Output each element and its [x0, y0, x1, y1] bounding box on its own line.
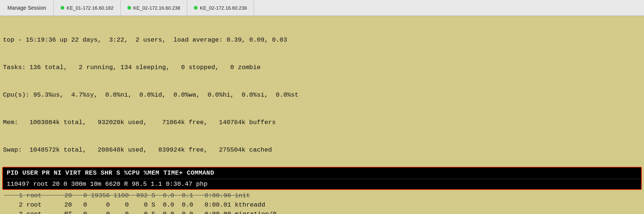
terminal-line-3: Cpu(s): 95.3%us, 4.7%sy, 0.0%ni, 0.0%id,…: [3, 91, 641, 100]
terminal-line-1: top - 15:19:36 up 22 days, 3:22, 2 users…: [3, 36, 641, 45]
process-table: PID USER PR NI VIRT RES SHR S %CPU %MEM …: [2, 167, 642, 190]
manage-session-title[interactable]: Manage Session: [0, 0, 54, 16]
table-row: 2 root 20 0 0 0 0 S 0.0 0.0 0:00.01 kthr…: [4, 201, 640, 210]
process-rows: 1 root 20 0 19356 1100 892 S 0.0 0.1 0:0…: [0, 191, 644, 214]
terminal-output: top - 15:19:36 up 22 days, 3:22, 2 users…: [0, 16, 644, 165]
tab-ke02b-label: KE_02-172.16.60.238: [200, 5, 247, 11]
terminal-line-2: Tasks: 136 total, 2 running, 134 sleepin…: [3, 63, 641, 72]
highlighted-process-row: 110497 root 20 0 300m 10m 6620 R 98.5 1.…: [3, 179, 641, 189]
tab-ke02b-dot: [194, 6, 198, 10]
terminal-line-5: Swap: 1048572k total, 208648k used, 8399…: [3, 146, 641, 155]
tab-ke01-label: KE_01-172.16.60.182: [66, 5, 114, 11]
titlebar: Manage Session KE_01-172.16.60.182 KE_02…: [0, 0, 644, 16]
table-row: 1 root 20 0 19356 1100 892 S 0.0 0.1 0:0…: [4, 191, 640, 201]
table-row: 3 root RT 0 0 0 0 S 0.0 0.0 0:00.00 migr…: [4, 210, 640, 214]
tab-ke02a-label: KE_02-172.16.60.238: [133, 5, 180, 11]
tab-ke02a-dot: [127, 6, 131, 10]
tab-ke02a[interactable]: KE_02-172.16.60.238: [121, 0, 188, 16]
tab-ke01[interactable]: KE_01-172.16.60.182: [54, 0, 121, 16]
tab-ke01-dot: [61, 6, 64, 10]
table-header: PID USER PR NI VIRT RES SHR S %CPU %MEM …: [3, 168, 641, 179]
tab-ke02b[interactable]: KE_02-172.16.60.238: [187, 0, 254, 16]
terminal-line-4: Mem: 1003084k total, 932020k used, 71064…: [3, 118, 641, 127]
